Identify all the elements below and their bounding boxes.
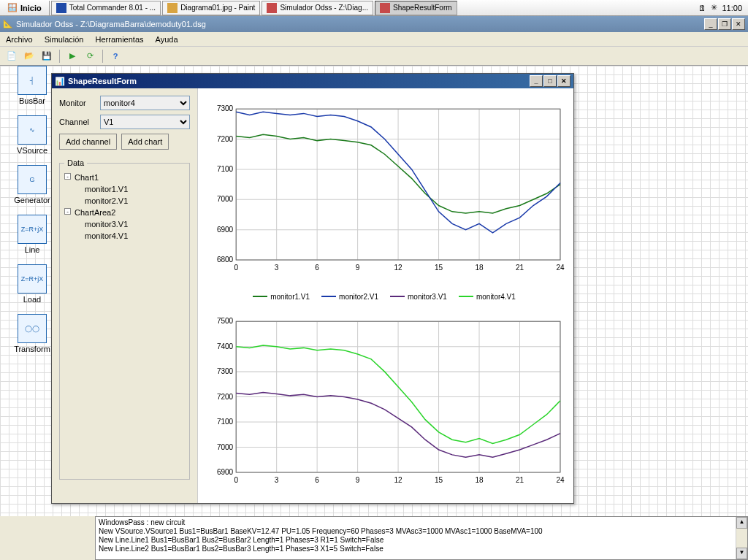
palette-label: Line: [13, 245, 51, 254]
add-channel-button[interactable]: Add channel: [59, 134, 117, 150]
tree-expand-icon[interactable]: -: [64, 173, 71, 180]
add-chart-button[interactable]: Add chart: [121, 134, 169, 150]
tree-node[interactable]: -ChartArea2: [64, 207, 185, 218]
taskbar-item[interactable]: Diagrama01.jpg - Paint: [162, 1, 260, 15]
monitor-select[interactable]: monitor4: [100, 96, 190, 110]
clock: 11:00: [722, 4, 742, 12]
svg-text:6900: 6900: [217, 468, 234, 476]
legend-item: monitor2.V1: [321, 293, 378, 301]
legend-swatch: [459, 296, 473, 297]
app-icon: 📐: [3, 19, 13, 29]
scroll-down-button[interactable]: ▼: [736, 548, 747, 559]
restore-button[interactable]: ❐: [718, 18, 731, 30]
svg-text:15: 15: [435, 264, 443, 272]
svg-text:7500: 7500: [217, 317, 234, 325]
svg-text:7300: 7300: [217, 367, 234, 375]
palette-item-vsource[interactable]: ∿VSource: [13, 115, 51, 155]
output-console[interactable]: WindowsPass : new circuitNew VSource.VSo…: [95, 516, 748, 560]
help-button[interactable]: ?: [108, 49, 123, 64]
start-label: Inicio: [20, 4, 42, 12]
dialog-minimize-button[interactable]: _: [530, 75, 543, 87]
palette-icon: Z=R+jX: [18, 215, 47, 244]
console-line: WindowsPass : new circuit: [99, 518, 744, 527]
refresh-button[interactable]: ⟳: [83, 49, 97, 64]
legend-item: monitor4.V1: [459, 293, 516, 301]
open-button[interactable]: 📂: [22, 49, 37, 64]
legend-item: monitor3.V1: [390, 293, 447, 301]
legend-item: monitor1.V1: [253, 293, 310, 301]
tray-icon[interactable]: ✳: [711, 3, 717, 12]
menu-item[interactable]: Simulación: [45, 35, 84, 44]
palette-label: BusBar: [13, 96, 51, 105]
palette-icon: ∿: [18, 115, 47, 145]
dialog-maximize-button[interactable]: □: [543, 75, 557, 87]
menubar: ArchivoSimulaciónHerramientasAyuda: [0, 32, 748, 47]
svg-text:6: 6: [315, 476, 319, 484]
console-line: New VSource.VSource1 Bus1=BusBar1 BaseKV…: [99, 527, 744, 536]
chart-panel: 03691215182124680069007000710072007300 m…: [198, 88, 573, 503]
svg-text:7400: 7400: [217, 342, 234, 350]
taskbar-item[interactable]: ShapeResultForm: [375, 1, 457, 15]
tree-leaf[interactable]: monitor3.V1: [64, 218, 185, 230]
taskbar-item[interactable]: Total Commander 8.01 - ...: [51, 1, 161, 15]
main-window-titlebar: 📐 Simulador Odss - Z:\DiagramaBarra\demo…: [0, 16, 748, 32]
palette-icon: Z=R+jX: [18, 264, 47, 294]
save-button[interactable]: 💾: [39, 49, 54, 64]
new-button[interactable]: 📄: [4, 49, 19, 64]
menu-item[interactable]: Archivo: [6, 35, 33, 44]
svg-text:21: 21: [516, 476, 524, 484]
menu-item[interactable]: Herramientas: [96, 35, 144, 44]
svg-text:18: 18: [475, 476, 484, 484]
dialog-titlebar[interactable]: 📊 ShapeResultForm _ □ ✕: [52, 74, 573, 88]
taskbar-item[interactable]: Simulador Odss - Z:\Diag...: [262, 1, 373, 15]
legend-label: monitor1.V1: [270, 293, 310, 301]
start-button[interactable]: 🪟 Inicio: [0, 1, 50, 15]
svg-text:7200: 7200: [217, 135, 234, 143]
shape-result-dialog: 📊 ShapeResultForm _ □ ✕ Monitor monitor4…: [51, 73, 574, 504]
data-tree-panel: Data -Chart1monitor1.V1monitor2.V1-Chart…: [59, 158, 190, 480]
tree-leaf[interactable]: monitor1.V1: [64, 183, 185, 195]
palette-label: Transform: [13, 345, 51, 353]
tree-leaf[interactable]: monitor4.V1: [64, 230, 185, 242]
palette-item-generator[interactable]: GGenerator: [13, 165, 51, 204]
menu-item[interactable]: Ayuda: [156, 35, 178, 44]
dialog-close-button[interactable]: ✕: [557, 75, 570, 87]
minimize-button[interactable]: _: [704, 18, 717, 30]
dialog-title: ShapeResultForm: [68, 77, 137, 85]
palette-item-transform[interactable]: ◯◯Transform: [13, 314, 51, 353]
svg-text:15: 15: [435, 476, 443, 484]
svg-text:24: 24: [556, 476, 565, 484]
tree-leaf[interactable]: monitor2.V1: [64, 195, 185, 207]
task-icon: [56, 3, 66, 13]
tree-expand-icon[interactable]: -: [64, 208, 71, 215]
palette-item-busbar[interactable]: ┤BusBar: [13, 66, 51, 105]
console-scrollbar[interactable]: ▲ ▼: [736, 517, 747, 559]
scroll-up-button[interactable]: ▲: [736, 517, 747, 529]
close-button[interactable]: ✕: [732, 18, 745, 30]
tree-node[interactable]: -Chart1: [64, 172, 185, 183]
task-label: Diagrama01.jpg - Paint: [180, 4, 255, 12]
task-label: Total Commander 8.01 - ...: [69, 4, 156, 12]
channel-select[interactable]: V1: [100, 115, 190, 129]
task-icon: [267, 3, 277, 13]
svg-text:21: 21: [516, 264, 524, 272]
svg-text:9: 9: [356, 476, 360, 484]
svg-text:0: 0: [234, 476, 238, 484]
legend-swatch: [253, 296, 267, 297]
palette-label: Load: [13, 295, 51, 304]
svg-text:12: 12: [394, 476, 403, 484]
palette-label: VSource: [13, 146, 51, 155]
channel-label: Channel: [59, 118, 96, 126]
svg-text:7000: 7000: [217, 195, 234, 203]
svg-text:9: 9: [356, 264, 360, 272]
chart-top: 03691215182124680069007000710072007300: [201, 91, 568, 288]
palette-item-load[interactable]: Z=R+jXLoad: [13, 264, 51, 304]
run-button[interactable]: ▶: [65, 49, 80, 64]
tray-icon[interactable]: 🗓: [698, 4, 706, 12]
data-tree[interactable]: -Chart1monitor1.V1monitor2.V1-ChartArea2…: [64, 172, 185, 242]
dialog-icon: 📊: [55, 77, 65, 86]
legend-swatch: [321, 296, 336, 297]
console-line: New Line.Line1 Bus1=BusBar1 Bus2=BusBar2…: [99, 536, 744, 545]
task-icon: [380, 3, 390, 13]
palette-item-line[interactable]: Z=R+jXLine: [13, 215, 51, 254]
